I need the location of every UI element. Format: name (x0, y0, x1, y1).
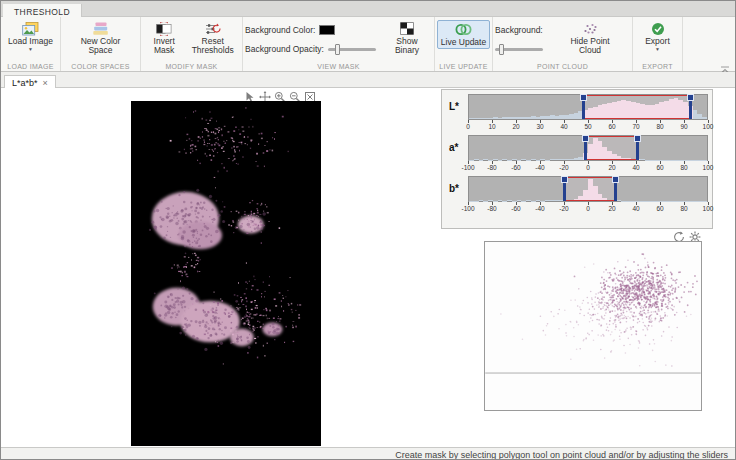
background-opacity-slider-thumb[interactable] (335, 44, 340, 55)
handle-knob[interactable] (634, 135, 641, 142)
tick-label: 20 (512, 123, 519, 130)
new-color-space-icon (93, 21, 109, 36)
histogram-strip[interactable] (468, 135, 708, 161)
export-label: Export (645, 37, 670, 46)
tick-label: -40 (535, 164, 544, 171)
tick-label: -60 (511, 164, 520, 171)
tick-label: 100 (703, 164, 714, 171)
max-threshold-handle[interactable] (636, 136, 639, 160)
pan-tool-icon[interactable] (259, 89, 271, 101)
live-update-icon (455, 22, 472, 37)
live-update-button[interactable]: Live Update (437, 20, 490, 49)
export-icon (651, 21, 665, 36)
max-threshold-handle[interactable] (614, 177, 617, 201)
fit-to-window-icon[interactable] (304, 89, 316, 101)
new-color-space-button[interactable]: New Color Space (63, 20, 138, 57)
section-label-view-mask: VIEW MASK (243, 63, 434, 70)
section-point-cloud: Background: Hide Point Cloud POINT CLOUD (493, 17, 633, 71)
cursor-tool-icon[interactable] (244, 89, 256, 101)
handle-knob[interactable] (561, 176, 568, 183)
histogram-row-L: L*0102030405060708090100 (442, 94, 708, 133)
polygon-tool-icon[interactable] (689, 229, 701, 241)
tick-label: 70 (632, 123, 639, 130)
tick-label: -40 (535, 205, 544, 212)
status-bar: Create mask by selecting polygon tool on… (1, 447, 735, 460)
section-export: Export ▼ EXPORT (633, 17, 683, 71)
channel-label: b* (442, 176, 468, 194)
max-threshold-handle[interactable] (689, 95, 692, 119)
tick-label: 60 (608, 123, 615, 130)
tick-label: 80 (656, 123, 663, 130)
rotate-3d-icon[interactable] (673, 229, 685, 241)
axis: 0102030405060708090100 (468, 120, 708, 133)
selection-region[interactable] (583, 95, 690, 119)
invert-mask-icon (156, 21, 172, 36)
section-color-spaces: New Color Space COLOR SPACES (61, 17, 141, 71)
masked-image-panel[interactable] (131, 101, 321, 446)
background-opacity-slider[interactable] (328, 48, 376, 51)
background-color-swatch[interactable] (319, 25, 335, 35)
tick-label: 20 (608, 164, 615, 171)
tick-label: 40 (632, 205, 639, 212)
section-modify-mask: Invert Mask Reset Thresholds MODIFY MASK (141, 17, 243, 71)
load-image-button[interactable]: Load Image ▼ (3, 20, 58, 53)
reset-thresholds-icon (205, 21, 221, 36)
export-button[interactable]: Export ▼ (635, 20, 680, 53)
min-threshold-handle[interactable] (563, 177, 566, 201)
histogram-strip[interactable] (468, 176, 708, 202)
live-update-label: Live Update (441, 38, 486, 47)
selection-region[interactable] (564, 177, 615, 201)
hide-point-cloud-button[interactable]: Hide Point Cloud (559, 20, 621, 57)
tick-label: 0 (586, 205, 590, 212)
tick-label: -80 (487, 205, 496, 212)
background-color-label: Background Color: (245, 25, 315, 35)
tick-label: 100 (703, 205, 714, 212)
close-tab-icon[interactable]: × (43, 78, 48, 88)
tick-label: 60 (656, 164, 663, 171)
tick-label: 0 (466, 123, 470, 130)
collapse-ribbon-icon[interactable] (720, 60, 730, 68)
tick-label: 30 (536, 123, 543, 130)
section-live-update: Live Update LIVE UPDATE (435, 17, 493, 71)
tick-label: 80 (680, 205, 687, 212)
section-label-load-image: LOAD IMAGE (1, 63, 60, 70)
point-cloud-background-slider-thumb[interactable] (499, 44, 504, 55)
axis: -100-80-60-40-20020406080100 (468, 202, 708, 215)
min-threshold-handle[interactable] (584, 136, 587, 160)
tick-label: 90 (680, 123, 687, 130)
zoom-in-icon[interactable] (274, 89, 286, 101)
histogram-bar (702, 117, 707, 119)
show-binary-button[interactable]: Show Binary (382, 20, 432, 57)
tick-label: 20 (608, 205, 615, 212)
tick-label: -80 (487, 164, 496, 171)
selection-region[interactable] (586, 136, 638, 160)
tick-label: 50 (584, 123, 591, 130)
reset-thresholds-button[interactable]: Reset Thresholds (185, 20, 240, 57)
histogram-rows: L*0102030405060708090100a*-100-80-60-40-… (442, 94, 712, 215)
zoom-out-icon[interactable] (289, 89, 301, 101)
background-opacity-label: Background Opacity: (245, 44, 324, 54)
channel-label: a* (442, 135, 468, 153)
dropdown-arrow-icon: ▼ (28, 47, 33, 52)
tick-label: -100 (461, 164, 474, 171)
axis: -100-80-60-40-20020406080100 (468, 161, 708, 174)
histogram-strip[interactable] (468, 94, 708, 120)
handle-knob[interactable] (687, 94, 694, 101)
histogram-row-b: b*-100-80-60-40-20020406080100 (442, 176, 708, 215)
document-tab-bar: L*a*b* × (1, 72, 735, 88)
toolstrip-tab-bar: THRESHOLD (1, 1, 735, 17)
handle-knob[interactable] (612, 176, 619, 183)
handle-knob[interactable] (580, 94, 587, 101)
handle-knob[interactable] (582, 135, 589, 142)
point-cloud-panel[interactable] (484, 241, 702, 411)
section-view-mask: Background Color: Background Opacity: Sh… (243, 17, 435, 71)
color-thresholder-app: THRESHOLD Load Image ▼ LOAD IMAGE New Co… (0, 0, 736, 460)
invert-mask-button[interactable]: Invert Mask (143, 20, 185, 57)
tick-label: -60 (511, 205, 520, 212)
channel-label: L* (442, 94, 468, 112)
point-cloud-background-slider[interactable] (495, 48, 543, 51)
section-label-color-spaces: COLOR SPACES (61, 63, 140, 70)
image-toolbar (244, 89, 316, 101)
min-threshold-handle[interactable] (582, 95, 585, 119)
point-cloud-toolbar (673, 229, 701, 241)
